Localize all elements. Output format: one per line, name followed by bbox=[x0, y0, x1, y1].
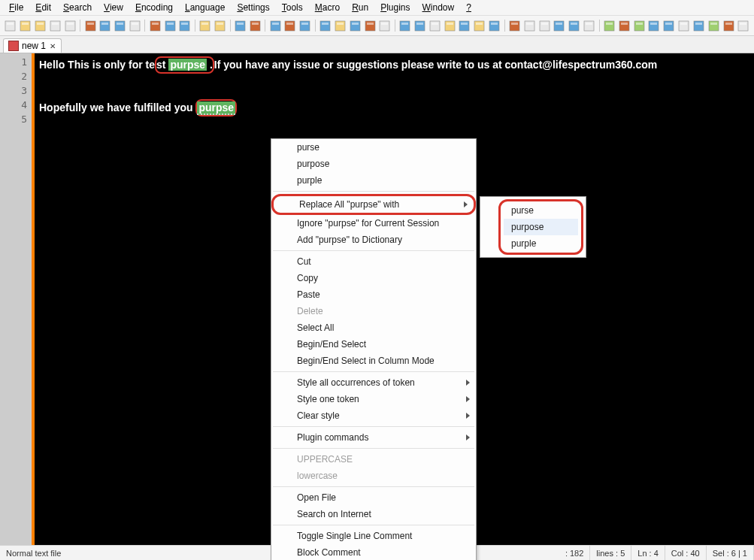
toolbar-button[interactable] bbox=[298, 19, 312, 32]
svg-rect-8 bbox=[65, 21, 75, 31]
style-one-menuitem[interactable]: Style one token bbox=[271, 391, 476, 407]
clear-style-menuitem[interactable]: Clear style bbox=[271, 407, 476, 424]
svg-rect-43 bbox=[352, 23, 359, 25]
menu-?[interactable]: ? bbox=[460, 1, 477, 14]
menu-macro[interactable]: Macro bbox=[309, 1, 346, 14]
toolbar-icon bbox=[65, 20, 76, 32]
toolbar-button[interactable] bbox=[98, 19, 112, 32]
context-menu[interactable]: purse purpose purple Replace All "purpse… bbox=[271, 138, 477, 560]
toolbar-button[interactable] bbox=[473, 19, 486, 32]
plugin-commands-menuitem[interactable]: Plugin commands bbox=[271, 429, 476, 446]
begin-end-select-menuitem[interactable]: Begin/End Select bbox=[271, 336, 476, 353]
toolbar-button[interactable] bbox=[283, 19, 297, 32]
toolbar-button[interactable] bbox=[617, 19, 631, 32]
menu-language[interactable]: Language bbox=[179, 1, 231, 14]
toolbar-button[interactable] bbox=[213, 19, 227, 32]
menu-separator bbox=[273, 448, 474, 449]
toolbar-button[interactable] bbox=[378, 19, 392, 32]
replace-option[interactable]: purse bbox=[504, 202, 578, 219]
menu-view[interactable]: View bbox=[98, 1, 129, 14]
spell-suggestion[interactable]: purple bbox=[271, 172, 476, 189]
tab-bar: new 1 ✕ bbox=[0, 36, 754, 53]
toolbar-button[interactable] bbox=[163, 19, 177, 32]
toolbar-button[interactable] bbox=[488, 19, 501, 32]
replace-option[interactable]: purpose bbox=[504, 219, 578, 235]
toolbar-button[interactable] bbox=[34, 19, 47, 32]
style-all-menuitem[interactable]: Style all occurrences of token bbox=[271, 374, 476, 391]
file-tab[interactable]: new 1 ✕ bbox=[3, 38, 62, 53]
menu-settings[interactable]: Settings bbox=[231, 1, 275, 14]
toolbar-button[interactable] bbox=[363, 19, 377, 32]
toolbar-button[interactable] bbox=[443, 19, 456, 32]
cut-menuitem[interactable]: Cut bbox=[271, 253, 476, 270]
toolbar-button[interactable] bbox=[114, 19, 127, 32]
menu-run[interactable]: Run bbox=[346, 1, 374, 14]
toolbar-button[interactable] bbox=[662, 19, 676, 32]
toolbar-button[interactable] bbox=[348, 19, 362, 32]
spell-suggestion[interactable]: purpose bbox=[271, 156, 476, 172]
menu-encoding[interactable]: Encoding bbox=[129, 1, 179, 14]
toolbar-button[interactable] bbox=[458, 19, 471, 32]
begin-end-select-col-menuitem[interactable]: Begin/End Select in Column Mode bbox=[271, 353, 476, 369]
toolbar-button[interactable] bbox=[677, 19, 691, 32]
toolbar-button[interactable] bbox=[48, 19, 62, 32]
menu-plugins[interactable]: Plugins bbox=[374, 1, 416, 14]
toolbar-button[interactable] bbox=[19, 19, 32, 32]
toolbar-button[interactable] bbox=[4, 19, 17, 32]
menu-edit[interactable]: Edit bbox=[29, 1, 57, 14]
toolbar-button[interactable] bbox=[198, 19, 212, 32]
submenu-arrow-icon bbox=[464, 201, 468, 207]
ignore-session-menuitem[interactable]: Ignore "purpse" for Current Session bbox=[271, 215, 476, 232]
toolbar-button[interactable] bbox=[692, 19, 705, 32]
menu-search[interactable]: Search bbox=[57, 1, 98, 14]
spell-suggestion[interactable]: purse bbox=[271, 139, 476, 156]
block-comment-menuitem[interactable]: Block Comment bbox=[271, 544, 476, 560]
toolbar-button[interactable] bbox=[722, 19, 735, 32]
selected-misspelled-word[interactable]: purpse bbox=[197, 101, 235, 115]
toolbar-icon bbox=[604, 20, 615, 32]
toolbar-button[interactable] bbox=[148, 19, 162, 32]
svg-rect-19 bbox=[152, 23, 159, 25]
add-dictionary-menuitem[interactable]: Add "purpse" to Dictionary bbox=[271, 232, 476, 248]
toolbar-button[interactable] bbox=[333, 19, 347, 32]
toolbar-button[interactable] bbox=[398, 19, 412, 32]
select-all-menuitem[interactable]: Select All bbox=[271, 319, 476, 336]
toolbar-button[interactable] bbox=[268, 19, 282, 32]
toolbar-icon bbox=[99, 20, 111, 32]
toolbar-button[interactable] bbox=[508, 19, 522, 32]
toolbar-button[interactable] bbox=[428, 19, 441, 32]
toolbar-button[interactable] bbox=[647, 19, 661, 32]
toggle-line-comment-menuitem[interactable]: Toggle Single Line Comment bbox=[271, 528, 476, 544]
open-file-menuitem[interactable]: Open File bbox=[271, 489, 476, 506]
uppercase-menuitem: UPPERCASE bbox=[271, 451, 476, 468]
copy-menuitem[interactable]: Copy bbox=[271, 270, 476, 286]
toolbar-button[interactable] bbox=[632, 19, 646, 32]
toolbar-button[interactable] bbox=[522, 19, 536, 32]
close-tab-icon[interactable]: ✕ bbox=[49, 42, 56, 50]
svg-rect-60 bbox=[489, 21, 499, 31]
replace-all-submenu[interactable]: purse purpose purple bbox=[480, 196, 586, 258]
toolbar-icon bbox=[35, 20, 46, 32]
replace-option[interactable]: purple bbox=[504, 235, 578, 252]
toolbar-button[interactable] bbox=[603, 19, 616, 32]
paste-menuitem[interactable]: Paste bbox=[271, 286, 476, 303]
toolbar-button[interactable] bbox=[737, 19, 750, 32]
menu-tools[interactable]: Tools bbox=[276, 1, 309, 14]
toolbar-button[interactable] bbox=[63, 19, 77, 32]
toolbar-button[interactable] bbox=[129, 19, 142, 32]
toolbar-button[interactable] bbox=[319, 19, 332, 32]
toolbar-button[interactable] bbox=[234, 19, 247, 32]
toolbar-button[interactable] bbox=[83, 19, 97, 32]
toolbar-button[interactable] bbox=[178, 19, 192, 32]
search-internet-menuitem[interactable]: Search on Internet bbox=[271, 506, 476, 522]
replace-all-menuitem[interactable]: Replace All "purpse" with bbox=[271, 194, 476, 215]
toolbar-button[interactable] bbox=[568, 19, 581, 32]
toolbar-button[interactable] bbox=[413, 19, 427, 32]
toolbar-button[interactable] bbox=[248, 19, 262, 32]
menu-window[interactable]: Window bbox=[416, 1, 461, 14]
toolbar-button[interactable] bbox=[553, 19, 566, 32]
toolbar-button[interactable] bbox=[707, 19, 720, 32]
toolbar-button[interactable] bbox=[583, 19, 596, 32]
toolbar-button[interactable] bbox=[537, 19, 551, 32]
menu-file[interactable]: File bbox=[3, 1, 29, 14]
